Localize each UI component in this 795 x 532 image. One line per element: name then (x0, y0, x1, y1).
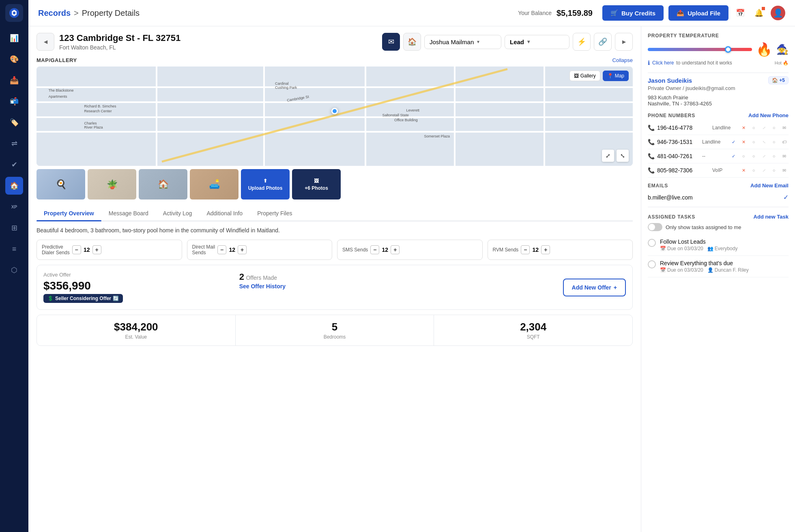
phone-3-action-2[interactable]: ○ (749, 152, 758, 161)
phone-1-action-4[interactable]: ✉ (780, 123, 789, 132)
predictive-increase-btn[interactable]: + (92, 245, 101, 254)
phone-3-action-4[interactable]: ○ (769, 152, 778, 161)
phone-icon-3: 📞 (648, 153, 655, 159)
phone-3-verify-btn[interactable]: ✓ (729, 152, 738, 161)
rvm-sends: RVM Sends − 12 + (488, 240, 633, 260)
add-email-button[interactable]: Add New Email (750, 182, 789, 189)
phone-2-action-1[interactable]: ○ (749, 137, 758, 146)
phone-4-action-4[interactable]: ✉ (780, 166, 789, 175)
collapse-left-button[interactable]: ◀ (37, 33, 54, 51)
home-badge[interactable]: 🏠 +5 (768, 76, 789, 84)
tasks-section-header: ASSIGNED TASKS Add new Task (648, 214, 789, 220)
expand-button[interactable]: ⤡ (617, 150, 629, 162)
phone-1-action-1[interactable]: ○ (749, 123, 758, 132)
phone-1-remove-btn[interactable]: ✕ (739, 123, 748, 132)
more-photos-button[interactable]: 🖼 +6 Photos (292, 169, 341, 200)
bedrooms-item: 5 Bedrooms (236, 315, 434, 345)
assigned-user-dropdown[interactable]: Joshua Mailman ▾ (424, 35, 501, 49)
refresh-icon[interactable]: 🔄 (113, 296, 119, 301)
viking-icon: 🧙 (776, 44, 789, 55)
rvm-decrease-btn[interactable]: − (521, 245, 530, 254)
upload-file-button[interactable]: 📤 Upload File (668, 5, 728, 21)
sidebar-item-tag[interactable]: 🏷️ (5, 114, 23, 131)
toggle-row: Only show tasks assigned to me (648, 223, 789, 231)
buy-credits-button[interactable]: 🛒 Buy Credits (602, 5, 664, 21)
contact-section: Jason Sudeikis 🏠 +5 Private Owner / jsud… (648, 76, 789, 107)
add-task-button[interactable]: Add new Task (754, 214, 789, 220)
phone-1-action-3[interactable]: ○ (769, 123, 778, 132)
phone-4-action-3[interactable]: ○ (769, 166, 778, 175)
contact-name[interactable]: Jason Sudeikis (648, 77, 692, 84)
bell-icon-button[interactable]: 🔔 (752, 6, 766, 20)
sidebar-item-grid[interactable]: ⊞ (5, 219, 23, 237)
fullscreen-button[interactable]: ⤢ (602, 150, 614, 162)
user-avatar[interactable]: 👤 (771, 6, 785, 20)
sms-increase-btn[interactable]: + (391, 245, 400, 254)
phone-2-action-2[interactable]: ⟍ (759, 137, 768, 146)
phone-4-action-2[interactable]: ⟋ (759, 166, 768, 175)
phone-4-remove-btn[interactable]: ✕ (739, 166, 748, 175)
phone-2-tag-btn[interactable]: 🏷 (780, 137, 789, 146)
phone-1-action-2[interactable]: ⟋ (759, 123, 768, 132)
phone-3-action-5[interactable]: ✉ (780, 152, 789, 161)
see-offer-history-link[interactable]: See Offer History (239, 283, 430, 290)
phone-2-remove-btn[interactable]: ✕ (739, 137, 748, 146)
sidebar-item-palette[interactable]: 🎨 (5, 50, 23, 68)
phone-3-action-1[interactable]: ○ (739, 152, 748, 161)
sidebar-item-check[interactable]: ✔ (5, 156, 23, 174)
status-dropdown[interactable]: Lead ▾ (505, 35, 569, 49)
lightning-button[interactable]: ⚡ (573, 33, 591, 51)
app-logo[interactable] (5, 4, 23, 22)
sidebar-item-dashboard[interactable]: 📊 (5, 29, 23, 47)
tab-message-board[interactable]: Message Board (101, 206, 156, 221)
tab-activity-log[interactable]: Activity Log (156, 206, 200, 221)
tasks-toggle[interactable] (648, 223, 662, 231)
sidebar-item-funnel[interactable]: ⬡ (5, 261, 23, 279)
task-2-checkbox[interactable] (648, 260, 656, 268)
phone-2-action-3[interactable]: ○ (769, 137, 778, 146)
phone-type-1: Landline (712, 125, 737, 131)
map-view-btn[interactable]: 📍 Map (603, 71, 629, 81)
sidebar-item-download[interactable]: 📥 (5, 71, 23, 89)
photo-1[interactable]: 🍳 (37, 169, 85, 200)
gallery-icon: 🖼 (314, 178, 319, 184)
property-subtitle: Fort Walton Beach, FL (59, 44, 377, 51)
sidebar-item-mail[interactable]: 📬 (5, 92, 23, 110)
tab-additional-info[interactable]: Additional Info (199, 206, 250, 221)
temp-note-link[interactable]: Click here (652, 60, 674, 66)
breadcrumb: Records > Property Details (38, 9, 513, 18)
sidebar-item-xp[interactable]: XP (5, 198, 23, 216)
task-2-assignee: 👤 Duncan F. Riley (707, 267, 749, 273)
direct-mail-increase-btn[interactable]: + (238, 245, 247, 254)
tab-property-overview[interactable]: Property Overview (37, 206, 101, 221)
add-new-offer-button[interactable]: Add New Offer + (563, 279, 626, 296)
predictive-decrease-btn[interactable]: − (72, 245, 81, 254)
tab-property-files[interactable]: Property Files (250, 206, 299, 221)
photo-3[interactable]: 🏠 (139, 169, 187, 200)
breadcrumb-records-link[interactable]: Records (38, 9, 71, 18)
home-icon-button[interactable]: 🏠 (403, 33, 421, 51)
collapse-button[interactable]: Collapse (612, 57, 633, 63)
contact-role: Private Owner / jsudeikis@gmail.com (648, 85, 789, 91)
sms-decrease-btn[interactable]: − (370, 245, 379, 254)
expand-right-button[interactable]: ▶ (615, 33, 633, 51)
upload-photos-button[interactable]: ⬆ Upload Photos (241, 169, 290, 200)
task-1-checkbox[interactable] (648, 239, 656, 247)
phone-4-action-1[interactable]: ○ (749, 166, 758, 175)
photo-4[interactable]: 🛋️ (190, 169, 238, 200)
sidebar-item-transfer[interactable]: ⇌ (5, 135, 23, 152)
email-icon-button[interactable]: ✉ (382, 33, 400, 51)
offers-made-count: 2 (239, 272, 244, 282)
sidebar-item-filter[interactable]: ≡ (5, 240, 23, 258)
share-button[interactable]: 🔗 (594, 33, 612, 51)
phone-3-action-3[interactable]: ⟋ (759, 152, 768, 161)
sidebar-item-property[interactable]: 🏠 (5, 177, 23, 195)
photo-2[interactable]: 🪴 (88, 169, 136, 200)
rvm-increase-btn[interactable]: + (541, 245, 550, 254)
direct-mail-decrease-btn[interactable]: − (217, 245, 226, 254)
gallery-view-btn[interactable]: 🖼 Gallery (569, 71, 600, 81)
calendar-icon-button[interactable]: 📅 (733, 6, 747, 20)
add-phone-button[interactable]: Add New Phone (748, 112, 789, 118)
phone-2-verify-btn[interactable]: ✓ (729, 137, 738, 146)
est-value-num: $384,200 (43, 321, 229, 333)
